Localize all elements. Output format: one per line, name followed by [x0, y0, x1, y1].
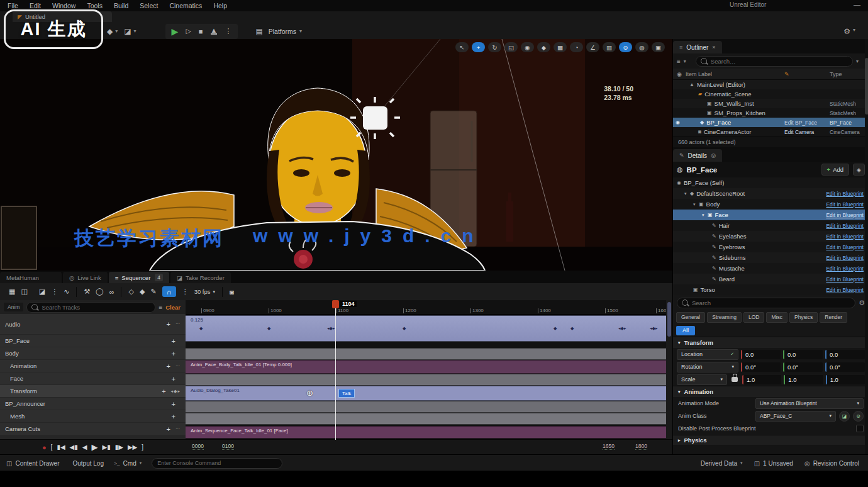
clear-filter-button[interactable]: Clear: [165, 304, 181, 311]
location-z-field[interactable]: 0.0: [825, 350, 865, 359]
track-row-bp-announcer[interactable]: BP_Announcer +: [0, 398, 186, 410]
component-link[interactable]: Edit in Blueprint: [826, 255, 864, 261]
revision-control-button[interactable]: ◎ Revision Control: [804, 460, 859, 467]
details-search-input[interactable]: [691, 299, 850, 307]
track-row-face[interactable]: Face +: [0, 372, 186, 384]
tab-metahuman[interactable]: MetaHuman: [0, 272, 62, 283]
keyframe-icon[interactable]: ◂◆▸: [327, 326, 335, 331]
menu-select[interactable]: Select: [140, 2, 158, 9]
step-button[interactable]: ▷: [186, 27, 191, 35]
output-log-button[interactable]: Output Log: [69, 460, 103, 467]
track-row-mesh[interactable]: Mesh +: [0, 410, 186, 422]
menu-build[interactable]: Build: [114, 2, 128, 9]
track-search-box[interactable]: [26, 302, 155, 313]
menu-edit[interactable]: Edit: [30, 2, 41, 9]
camera-speed-icon[interactable]: ⊙: [619, 42, 632, 52]
add-key-icon[interactable]: +: [162, 388, 165, 395]
scale-dropdown[interactable]: Scale ▾: [677, 374, 727, 385]
track-row-transform[interactable]: Transform + ◂◆▸: [0, 385, 186, 397]
set-end-button[interactable]: ]: [142, 444, 143, 451]
keyframe-icon[interactable]: ◆: [199, 326, 203, 331]
expander-icon[interactable]: ▾: [702, 213, 708, 218]
pin-icon[interactable]: ◎: [711, 152, 716, 159]
component-row-face-selected[interactable]: ▾ ▣ Face Edit in Blueprint: [673, 210, 868, 220]
component-link[interactable]: Edit in Blueprint: [826, 244, 864, 250]
track-extra-icons[interactable]: ⋯: [175, 364, 181, 369]
rotation-dropdown[interactable]: Rotation ▾: [677, 362, 738, 372]
tab-details[interactable]: ✎ Details ◎: [673, 149, 722, 162]
keyframe-icon[interactable]: ◆: [403, 326, 406, 331]
anim-class-dropdown[interactable]: ABP_Face_C ▾: [755, 411, 836, 422]
camera-lock-icon[interactable]: ◙: [230, 288, 234, 296]
content-drawer-button[interactable]: ◫ Content Drawer: [6, 460, 59, 467]
surface-snap-icon[interactable]: ◆: [537, 42, 550, 52]
timeline-area[interactable]: 0900 1000 1100 1200 1300 1400 1500 1600 …: [186, 300, 666, 440]
move-tool-icon[interactable]: +: [472, 42, 485, 52]
record-button[interactable]: ●: [42, 444, 47, 451]
range-end-field[interactable]: 1800: [635, 443, 647, 450]
face-anim-lane[interactable]: Anim_Sequence_Face_Talk_Idle_01 [Face]: [186, 426, 666, 439]
use-selected-asset-icon[interactable]: ⊘: [853, 411, 864, 422]
keyframe-filled-icon[interactable]: ◆: [140, 288, 145, 296]
details-search-box[interactable]: [677, 298, 855, 308]
cmd-dropdown[interactable]: >_ Cmd ▾: [114, 460, 142, 467]
keyframe-icon[interactable]: ◂◆▸: [618, 326, 626, 331]
keyframe-icon[interactable]: ◆: [267, 326, 270, 331]
keyframe-icon[interactable]: ◆: [570, 326, 574, 331]
component-link[interactable]: Edit in Blueprint: [826, 223, 864, 229]
outliner-row-walls[interactable]: ▣ SM_Walls_Inst StaticMesh: [673, 99, 868, 108]
add-section-icon[interactable]: +: [172, 350, 175, 357]
track-row-body[interactable]: Body +: [0, 347, 186, 359]
curve-editor-icon[interactable]: ∿: [64, 288, 69, 296]
empty-lane[interactable]: [186, 374, 666, 386]
maximize-viewport-icon[interactable]: ▣: [652, 42, 665, 52]
stop-button[interactable]: ■: [199, 28, 203, 35]
render-movie-icon[interactable]: ◪: [39, 288, 45, 296]
component-row-self[interactable]: ◉ BP_Face (Self): [673, 177, 868, 188]
empty-lane[interactable]: [186, 348, 666, 360]
rotation-y-field[interactable]: 0.0°: [783, 362, 823, 372]
outliner-search-input[interactable]: [709, 57, 848, 65]
track-extra-icons[interactable]: ⋯: [175, 322, 181, 327]
outliner-row-bp-face-selected[interactable]: ◉ ◆ BP_Face Edit BP_Face BP_Face: [673, 118, 868, 127]
play-forward-button[interactable]: ▶: [91, 442, 97, 452]
play-button[interactable]: ▶: [172, 26, 179, 36]
eye-column-icon[interactable]: ◉: [673, 71, 686, 77]
save-sequence-icon[interactable]: ▦: [9, 288, 15, 296]
add-section-icon[interactable]: +: [167, 425, 170, 433]
jump-to-end-button[interactable]: ▶▶: [128, 444, 137, 451]
set-start-button[interactable]: [: [51, 444, 53, 451]
range-start-field[interactable]: 0000: [192, 443, 204, 450]
minimize-button[interactable]: —: [854, 1, 860, 8]
track-row-bp-face[interactable]: BP_Face +: [0, 335, 186, 347]
playhead[interactable]: 1104: [335, 300, 336, 440]
component-row-sideburns[interactable]: ✎ Sideburns Edit in Blueprint: [673, 252, 868, 263]
add-section-icon[interactable]: +: [172, 400, 175, 408]
component-row-eyebrows[interactable]: ✎ Eyebrows Edit in Blueprint: [673, 242, 868, 252]
range-out-field[interactable]: 1650: [603, 443, 615, 450]
empty-lane[interactable]: [186, 413, 666, 425]
tab-sequencer[interactable]: ≡ Sequencer 4: [109, 272, 169, 283]
component-link[interactable]: Edit in Blueprint: [826, 191, 864, 197]
time-ruler[interactable]: 0900 1000 1100 1200 1300 1400 1500 1600: [186, 300, 666, 315]
add-section-icon[interactable]: +: [172, 337, 175, 345]
jump-to-start-button[interactable]: ▮◀: [57, 444, 65, 451]
component-row-body[interactable]: ▾ ▣ Body Edit in Blueprint: [673, 199, 868, 210]
browse-sequence-icon[interactable]: ◫: [21, 288, 27, 296]
range-in-field[interactable]: 0100: [222, 443, 234, 450]
chip-all[interactable]: All: [676, 326, 695, 335]
menu-tools[interactable]: Tools: [87, 2, 103, 9]
scale-z-field[interactable]: 1.0: [826, 375, 865, 384]
expander-icon[interactable]: ▾: [693, 202, 699, 207]
add-section-icon[interactable]: +: [167, 320, 170, 328]
scale-y-field[interactable]: 1.0: [784, 375, 823, 384]
track-row-camera-cuts[interactable]: Camera Cuts + ⋯: [0, 423, 186, 435]
chip-physics[interactable]: Physics: [789, 312, 818, 323]
next-key-button[interactable]: ▮▶: [115, 444, 123, 451]
outliner-row-level[interactable]: ▲ MainLevel (Editor): [673, 80, 868, 89]
details-scrollbar[interactable]: [865, 39, 868, 454]
create-actor-icon[interactable]: ◆: [107, 27, 113, 36]
screen-percentage-icon[interactable]: ◍: [635, 42, 648, 52]
selected-key-chip[interactable]: Talk: [338, 389, 355, 398]
track-extra-icons[interactable]: ⋯: [175, 427, 181, 432]
